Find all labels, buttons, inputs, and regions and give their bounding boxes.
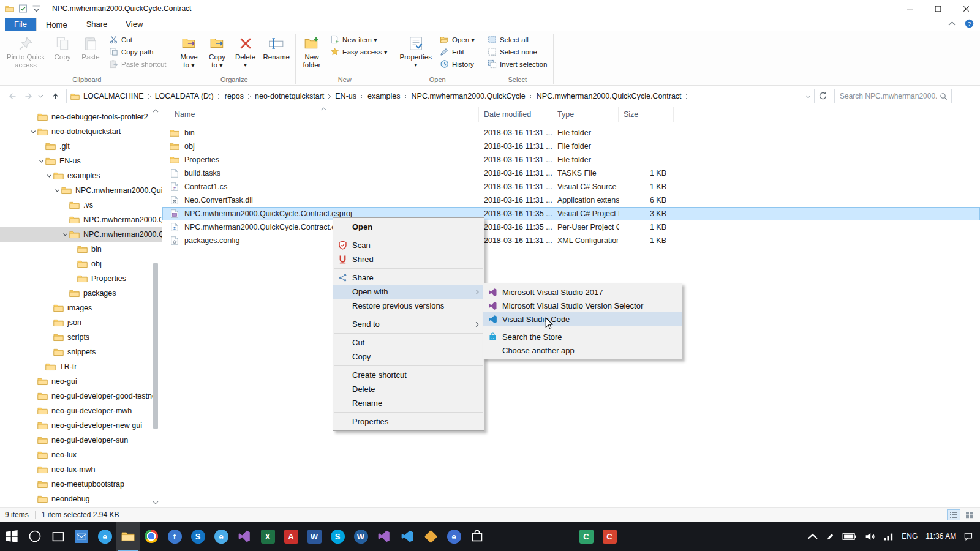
open-with-item-search-the-store[interactable]: Search the Store <box>483 330 682 343</box>
language-indicator[interactable]: ENG <box>902 532 918 541</box>
open-with-item-choose-another-app[interactable]: Choose another app <box>483 343 682 357</box>
taskbar-excel-button[interactable]: X <box>256 522 279 551</box>
context-menu-item-copy[interactable]: Copy <box>333 350 484 364</box>
ribbon-select-none-button[interactable]: Select none <box>486 46 551 58</box>
context-menu-item-open[interactable]: Open <box>333 220 484 234</box>
file-row-obj[interactable]: obj2018-03-16 11:31 ...File folder <box>162 140 980 153</box>
sidebar-item-examples[interactable]: examples <box>0 168 162 183</box>
details-view-button[interactable] <box>947 509 960 520</box>
sidebar-item-neo-lux-mwh[interactable]: neo-lux-mwh <box>0 462 162 477</box>
recent-locations-icon[interactable] <box>36 90 45 102</box>
ribbon-paste-shortcut-button[interactable]: Paste shortcut <box>108 58 170 70</box>
ribbon-select-all-button[interactable]: Select all <box>486 34 551 45</box>
taskbar-internet-explorer-button[interactable]: e <box>209 522 233 551</box>
up-button[interactable] <box>48 90 62 102</box>
breadcrumb-chevron-icon[interactable] <box>685 94 689 99</box>
refresh-icon[interactable] <box>818 91 827 100</box>
sidebar-item-vs[interactable]: .vs <box>0 198 162 212</box>
address-dropdown-icon[interactable] <box>805 95 811 99</box>
tab-share[interactable]: Share <box>77 18 117 31</box>
volume-icon[interactable] <box>865 533 875 541</box>
sidebar-item-git[interactable]: .git <box>0 139 162 154</box>
open-with-item-microsoft-visual-studio-version-selector[interactable]: Microsoft Visual Studio Version Selector <box>483 299 682 312</box>
tab-home[interactable]: Home <box>36 18 77 31</box>
sidebar-item-obj[interactable]: obj <box>0 257 162 271</box>
taskbar-skype-business-button[interactable]: S <box>186 522 209 551</box>
taskbar-visual-studio-button[interactable] <box>233 522 256 551</box>
sidebar-item-scripts[interactable]: scripts <box>0 330 162 345</box>
ribbon-easy-access-button[interactable]: Easy access ▾ <box>329 46 391 58</box>
taskbar-task-view-button[interactable] <box>47 522 70 551</box>
ribbon-copy-to-button[interactable]: Copyto ▾ <box>204 34 231 70</box>
action-center-icon[interactable] <box>964 533 973 541</box>
taskbar-firefox-button[interactable]: f <box>163 522 186 551</box>
tab-file[interactable]: File <box>5 18 36 31</box>
ribbon-rename-button[interactable]: Rename <box>260 34 293 62</box>
sidebar-item-neo-meetupbootstrap[interactable]: neo-meetupbootstrap <box>0 477 162 492</box>
context-menu-item-rename[interactable]: Rename <box>333 396 484 410</box>
ribbon-edit-button[interactable]: Edit <box>439 46 478 58</box>
qat-properties-icon[interactable] <box>18 4 28 13</box>
context-menu-item-properties[interactable]: Properties <box>333 414 484 429</box>
sidebar-item-neo-lux[interactable]: neo-lux <box>0 448 162 462</box>
taskbar-edge-button[interactable]: e <box>93 522 116 551</box>
taskbar-app-diamond-button[interactable] <box>419 522 442 551</box>
maximize-button[interactable] <box>924 0 952 17</box>
sidebar-item-neo-gui-developer-mwh[interactable]: neo-gui-developer-mwh <box>0 403 162 418</box>
file-row-npc-mwherman2000-quickcycle-contract-csproj[interactable]: NPC.mwherman2000.QuickCycle.Contract.csp… <box>162 207 980 220</box>
taskbar-cortana-search-button[interactable] <box>23 522 47 551</box>
sidebar-item-neo-gui-developer-sun[interactable]: neo-gui-developer-sun <box>0 433 162 448</box>
file-row-npc-mwherman2000-quickcycle-contract-csp[interactable]: NPC.mwherman2000.QuickCycle.Contract.csp… <box>162 220 980 234</box>
ribbon-delete-button[interactable]: Delete▾ <box>232 34 259 70</box>
context-menu-item-open-with[interactable]: Open with <box>333 285 484 299</box>
ribbon-move-to-button[interactable]: Moveto ▾ <box>176 34 203 70</box>
sidebar-item-tr-tr[interactable]: TR-tr <box>0 359 162 374</box>
sidebar-item-npc-mwherman2000-quic[interactable]: NPC.mwherman2000.Quic <box>0 212 162 227</box>
file-row-properties[interactable]: Properties2018-03-16 11:31 ...File folde… <box>162 153 980 167</box>
open-with-item-visual-studio-code[interactable]: Visual Studio Code <box>483 312 682 326</box>
taskbar-app-red-button[interactable]: C <box>598 522 621 551</box>
taskbar-webex-button[interactable]: W <box>349 522 372 551</box>
sidebar-item-en-us[interactable]: EN-us <box>0 154 162 168</box>
taskbar-mail-button[interactable] <box>70 522 93 551</box>
file-row-build-tasks[interactable]: build.tasks2018-03-16 11:31 ...TASKS Fil… <box>162 167 980 180</box>
clock[interactable]: 11:36 AM <box>925 532 956 541</box>
sidebar-item-json[interactable]: json <box>0 315 162 330</box>
taskbar-file-explorer-button[interactable] <box>116 522 140 551</box>
breadcrumb-item-repos[interactable]: repos <box>221 92 247 100</box>
back-button[interactable] <box>5 90 20 102</box>
address-bar[interactable]: LOCALMACHINELOCALDATA (D:)reposneo-dotne… <box>66 89 815 103</box>
taskbar-vs-code-button[interactable] <box>396 522 419 551</box>
search-input[interactable] <box>835 92 940 100</box>
context-menu-item-share[interactable]: Share <box>333 271 484 285</box>
breadcrumb-item-npc-mwherman2000-quickcycle[interactable]: NPC.mwherman2000.QuickCycle <box>408 92 529 100</box>
pen-icon[interactable] <box>826 533 834 541</box>
sidebar-item-images[interactable]: images <box>0 301 162 315</box>
taskbar-store-button[interactable] <box>466 522 489 551</box>
ribbon-copy-button[interactable]: Copy <box>49 34 76 62</box>
file-row-contract1-cs[interactable]: #Contract1.cs2018-03-16 11:31 ...Visual … <box>162 180 980 193</box>
ribbon-history-button[interactable]: History <box>439 58 478 70</box>
ribbon-properties-button[interactable]: Properties▾ <box>397 34 435 70</box>
taskbar-chrome-button[interactable] <box>140 522 163 551</box>
taskbar-word-button[interactable]: W <box>303 522 326 551</box>
taskbar-start-button[interactable] <box>0 522 23 551</box>
close-button[interactable] <box>952 0 980 17</box>
column-header-type[interactable]: Type <box>552 107 619 122</box>
sidebar-item-neo-dotnetquickstart[interactable]: neo-dotnetquickstart <box>0 124 162 139</box>
breadcrumb-item-npc-mwherman2000-quickcycle-contract[interactable]: NPC.mwherman2000.QuickCycle.Contract <box>533 92 685 100</box>
context-menu-item-create-shortcut[interactable]: Create shortcut <box>333 368 484 382</box>
help-icon[interactable]: ? <box>965 19 974 28</box>
network-icon[interactable] <box>883 533 894 541</box>
sidebar-item-neo-gui[interactable]: neo-gui <box>0 374 162 389</box>
taskbar-visual-studio-2-button[interactable] <box>372 522 396 551</box>
sidebar-item-snippets[interactable]: snippets <box>0 345 162 359</box>
search-icon[interactable] <box>940 92 951 100</box>
taskbar-edge-dev-button[interactable]: e <box>442 522 466 551</box>
tray-expand-icon[interactable] <box>807 533 819 541</box>
ribbon-invert-selection-button[interactable]: Invert selection <box>486 58 551 70</box>
taskbar-vs-code-insiders-button[interactable]: C <box>575 522 598 551</box>
battery-icon[interactable] <box>842 533 857 541</box>
scroll-up-icon[interactable] <box>153 108 159 114</box>
ribbon-copy-path-button[interactable]: Copy path <box>108 46 170 58</box>
